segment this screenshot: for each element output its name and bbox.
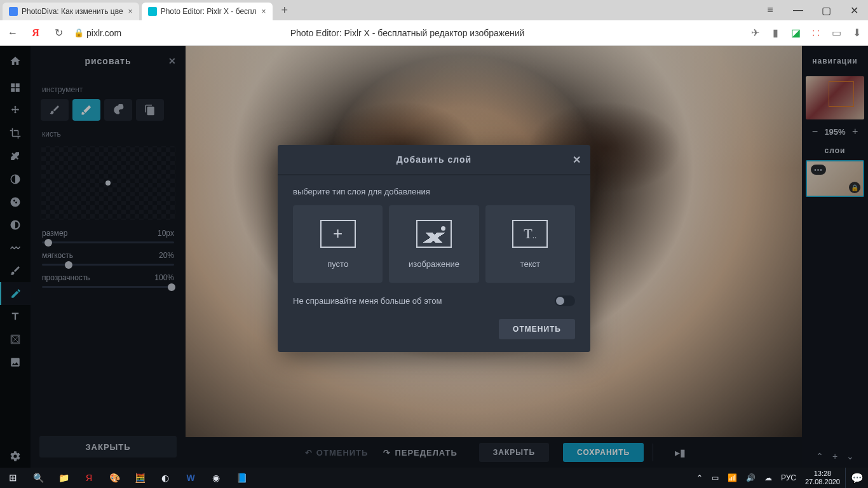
add-layer-icon[interactable]: + [832,451,837,461]
brush-icon[interactable] [41,99,69,121]
browser-tab[interactable]: PhotoDiva: Как изменить цве × [3,3,139,20]
address-bar[interactable]: 🔒 pixlr.com Photo Editor: Pixlr X - бесп… [74,28,741,38]
brush-dot [105,180,111,186]
layer-options-icon[interactable]: ••• [811,165,826,175]
eraser-icon[interactable] [72,99,100,121]
close-button[interactable]: ЗАКРЫТЬ [479,443,549,462]
slider-track[interactable] [42,264,174,266]
notification-icon[interactable]: 💬 [845,468,868,488]
minimize-icon[interactable]: — [784,0,812,20]
close-icon[interactable]: ✕ [168,56,177,66]
close-icon[interactable]: ✕ [573,154,581,166]
liquify-icon[interactable] [0,236,31,259]
yandex-browser-icon[interactable]: Я [76,468,102,488]
slider-track[interactable] [42,241,174,243]
navigator-thumbnail[interactable] [806,76,864,119]
slider-track[interactable] [42,286,174,288]
draw-icon[interactable] [0,282,31,305]
pattern-icon[interactable] [0,328,31,351]
brush-preview[interactable] [41,146,175,220]
arrange-icon[interactable] [0,99,31,122]
extension-icon[interactable]: ⸬ [810,27,822,39]
battery-icon[interactable]: ▭ [709,473,721,482]
save-button[interactable]: СОХРАНИТЬ [563,443,644,462]
close-icon[interactable]: × [262,7,266,16]
undo-button[interactable]: ↶ОТМЕНИТЬ [305,448,369,458]
yandex-icon[interactable]: Я [28,25,43,41]
layer-actions: ⌃ + ⌄ [816,451,854,461]
search-icon[interactable]: 🔍 [25,468,51,488]
home-icon[interactable] [0,46,31,76]
pixlr-icon [148,7,157,16]
volume-icon[interactable]: 🔊 [743,473,758,482]
section-label-tool: инструмент [31,76,186,99]
reload-icon[interactable]: ↻ [51,25,66,41]
settings-icon[interactable] [0,445,31,468]
windows-taskbar: ⊞ 🔍 📁 Я 🎨 🧮 ◐ W ◉ 📘 ⌃ ▭ 📶 🔊 ☁ РУС 13:28 … [0,468,868,488]
new-tab-button[interactable]: + [273,4,297,17]
shield-icon[interactable]: ◪ [789,27,802,39]
zoom-controls: − 195% + [809,126,860,137]
app-icon[interactable]: ◉ [203,468,229,488]
bookmark-icon[interactable]: ▮ [769,27,782,39]
tray-chevron-icon[interactable]: ⌃ [694,473,705,482]
start-icon[interactable]: ⊞ [0,468,25,488]
browser-tab-active[interactable]: Photo Editor: Pixlr X - беспл × [142,3,273,20]
paint-app-icon[interactable]: 🎨 [102,468,127,488]
reader-icon[interactable]: ✈ [749,27,761,39]
download-icon[interactable]: ⬇ [850,27,863,39]
calculator-icon[interactable]: 🧮 [127,468,153,488]
maximize-icon[interactable]: ▢ [812,0,840,20]
opacity-slider: прозрачность 100% [31,267,186,289]
panel-close-button[interactable]: ЗАКРЫТЬ [39,436,177,458]
word-icon[interactable]: W [178,468,203,488]
app-icon[interactable]: ◐ [153,468,178,488]
paint-icon[interactable] [104,99,132,121]
dont-ask-row: Не спрашивайте меня больше об этом [278,283,590,315]
cut-icon[interactable] [0,145,31,168]
browser-menu-icon[interactable]: ≡ [756,0,784,20]
layer-type-text[interactable]: T.. текст [485,205,575,283]
layer-type-empty[interactable]: + пусто [293,205,383,283]
cancel-button[interactable]: ОТМЕНИТЬ [499,319,575,339]
text-tool-icon[interactable] [0,305,31,328]
crop-icon[interactable] [0,122,31,145]
layout-icon[interactable] [0,76,31,99]
language-indicator[interactable]: РУС [778,473,799,482]
softness-value: 20% [159,251,174,260]
explorer-icon[interactable]: 📁 [51,468,76,488]
close-icon[interactable]: ✕ [840,0,868,20]
zoom-out-icon[interactable]: − [809,126,820,137]
window-controls: ≡ — ▢ ✕ [756,0,868,20]
battery-icon[interactable]: ▭ [830,27,843,39]
panel-title: рисовать ✕ [31,46,186,76]
chevron-up-icon[interactable]: ⌃ [816,451,824,461]
onedrive-icon[interactable]: ☁ [762,473,775,482]
plus-box-icon: + [320,220,356,248]
dont-ask-toggle[interactable] [555,295,575,306]
redo-button[interactable]: ↷ПЕРЕДЕЛАТЬ [383,448,457,458]
adjust-icon[interactable] [0,168,31,191]
back-icon[interactable]: ← [5,25,20,41]
lock-icon[interactable]: 🔒 [849,182,860,193]
nav-title: навигации [812,46,857,76]
wifi-icon[interactable]: 📶 [725,473,740,482]
text-label: текст [520,259,540,269]
image-add-icon[interactable] [0,351,31,374]
app-icon[interactable]: 📘 [229,468,254,488]
zoom-value: 195% [824,127,845,137]
panel-toggle-icon[interactable]: ▸▮ [670,442,690,463]
dont-ask-label: Не спрашивайте меня больше об этом [293,296,442,306]
clone-icon[interactable] [136,99,164,121]
close-icon[interactable]: × [128,7,133,16]
layer-type-image[interactable]: изображение [389,205,478,283]
filter-icon[interactable] [0,191,31,214]
layer-thumbnail[interactable]: ••• 🔒 [806,160,864,197]
text-box-icon: T.. [512,220,548,248]
blur-icon[interactable] [0,214,31,236]
zoom-in-icon[interactable]: + [850,126,861,137]
retouch-icon[interactable] [0,259,31,282]
section-label-brush: кисть [31,121,186,144]
taskbar-clock[interactable]: 13:28 27.08.2020 [800,470,845,486]
chevron-down-icon[interactable]: ⌄ [846,451,854,461]
